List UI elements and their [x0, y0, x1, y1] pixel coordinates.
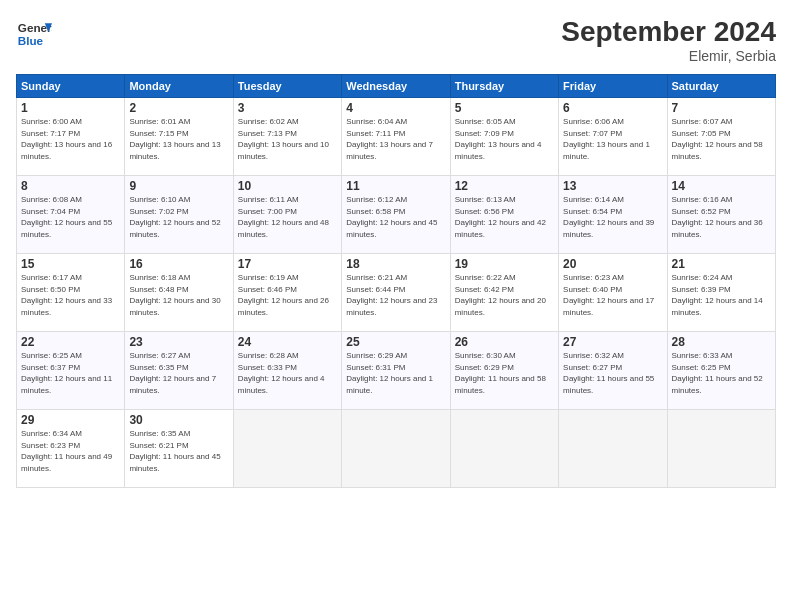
header: General Blue September 2024 Elemir, Serb…: [16, 16, 776, 64]
day-number: 29: [21, 413, 120, 427]
day-number: 22: [21, 335, 120, 349]
empty-cell: [233, 410, 341, 488]
day-cell-21: 21Sunrise: 6:24 AMSunset: 6:39 PMDayligh…: [667, 254, 775, 332]
col-tuesday: Tuesday: [233, 75, 341, 98]
day-cell-9: 9Sunrise: 6:10 AMSunset: 7:02 PMDaylight…: [125, 176, 233, 254]
day-number: 17: [238, 257, 337, 271]
day-info: Sunrise: 6:33 AMSunset: 6:25 PMDaylight:…: [672, 350, 771, 396]
day-cell-14: 14Sunrise: 6:16 AMSunset: 6:52 PMDayligh…: [667, 176, 775, 254]
week-row-3: 15Sunrise: 6:17 AMSunset: 6:50 PMDayligh…: [17, 254, 776, 332]
day-number: 8: [21, 179, 120, 193]
day-info: Sunrise: 6:17 AMSunset: 6:50 PMDaylight:…: [21, 272, 120, 318]
day-info: Sunrise: 6:00 AMSunset: 7:17 PMDaylight:…: [21, 116, 120, 162]
empty-cell: [342, 410, 450, 488]
day-number: 16: [129, 257, 228, 271]
day-info: Sunrise: 6:22 AMSunset: 6:42 PMDaylight:…: [455, 272, 554, 318]
day-number: 19: [455, 257, 554, 271]
day-cell-23: 23Sunrise: 6:27 AMSunset: 6:35 PMDayligh…: [125, 332, 233, 410]
day-number: 27: [563, 335, 662, 349]
calendar-table: Sunday Monday Tuesday Wednesday Thursday…: [16, 74, 776, 488]
day-info: Sunrise: 6:13 AMSunset: 6:56 PMDaylight:…: [455, 194, 554, 240]
day-number: 11: [346, 179, 445, 193]
day-info: Sunrise: 6:14 AMSunset: 6:54 PMDaylight:…: [563, 194, 662, 240]
day-cell-19: 19Sunrise: 6:22 AMSunset: 6:42 PMDayligh…: [450, 254, 558, 332]
day-number: 4: [346, 101, 445, 115]
col-wednesday: Wednesday: [342, 75, 450, 98]
day-number: 18: [346, 257, 445, 271]
day-info: Sunrise: 6:02 AMSunset: 7:13 PMDaylight:…: [238, 116, 337, 162]
svg-text:Blue: Blue: [18, 34, 44, 47]
col-saturday: Saturday: [667, 75, 775, 98]
day-cell-20: 20Sunrise: 6:23 AMSunset: 6:40 PMDayligh…: [559, 254, 667, 332]
day-info: Sunrise: 6:32 AMSunset: 6:27 PMDaylight:…: [563, 350, 662, 396]
day-cell-29: 29Sunrise: 6:34 AMSunset: 6:23 PMDayligh…: [17, 410, 125, 488]
day-cell-30: 30Sunrise: 6:35 AMSunset: 6:21 PMDayligh…: [125, 410, 233, 488]
day-number: 7: [672, 101, 771, 115]
day-cell-15: 15Sunrise: 6:17 AMSunset: 6:50 PMDayligh…: [17, 254, 125, 332]
day-number: 21: [672, 257, 771, 271]
day-number: 30: [129, 413, 228, 427]
week-row-2: 8Sunrise: 6:08 AMSunset: 7:04 PMDaylight…: [17, 176, 776, 254]
day-cell-27: 27Sunrise: 6:32 AMSunset: 6:27 PMDayligh…: [559, 332, 667, 410]
day-info: Sunrise: 6:24 AMSunset: 6:39 PMDaylight:…: [672, 272, 771, 318]
week-row-4: 22Sunrise: 6:25 AMSunset: 6:37 PMDayligh…: [17, 332, 776, 410]
page: General Blue September 2024 Elemir, Serb…: [0, 0, 792, 496]
day-number: 25: [346, 335, 445, 349]
day-cell-26: 26Sunrise: 6:30 AMSunset: 6:29 PMDayligh…: [450, 332, 558, 410]
day-info: Sunrise: 6:12 AMSunset: 6:58 PMDaylight:…: [346, 194, 445, 240]
day-cell-22: 22Sunrise: 6:25 AMSunset: 6:37 PMDayligh…: [17, 332, 125, 410]
day-cell-24: 24Sunrise: 6:28 AMSunset: 6:33 PMDayligh…: [233, 332, 341, 410]
day-number: 26: [455, 335, 554, 349]
day-number: 3: [238, 101, 337, 115]
day-number: 15: [21, 257, 120, 271]
day-number: 9: [129, 179, 228, 193]
day-info: Sunrise: 6:16 AMSunset: 6:52 PMDaylight:…: [672, 194, 771, 240]
day-info: Sunrise: 6:10 AMSunset: 7:02 PMDaylight:…: [129, 194, 228, 240]
day-info: Sunrise: 6:19 AMSunset: 6:46 PMDaylight:…: [238, 272, 337, 318]
day-info: Sunrise: 6:04 AMSunset: 7:11 PMDaylight:…: [346, 116, 445, 162]
col-sunday: Sunday: [17, 75, 125, 98]
week-row-1: 1Sunrise: 6:00 AMSunset: 7:17 PMDaylight…: [17, 98, 776, 176]
day-cell-6: 6Sunrise: 6:06 AMSunset: 7:07 PMDaylight…: [559, 98, 667, 176]
day-cell-7: 7Sunrise: 6:07 AMSunset: 7:05 PMDaylight…: [667, 98, 775, 176]
day-number: 1: [21, 101, 120, 115]
day-cell-28: 28Sunrise: 6:33 AMSunset: 6:25 PMDayligh…: [667, 332, 775, 410]
day-number: 12: [455, 179, 554, 193]
empty-cell: [667, 410, 775, 488]
logo: General Blue: [16, 16, 52, 52]
day-info: Sunrise: 6:25 AMSunset: 6:37 PMDaylight:…: [21, 350, 120, 396]
day-cell-3: 3Sunrise: 6:02 AMSunset: 7:13 PMDaylight…: [233, 98, 341, 176]
day-cell-11: 11Sunrise: 6:12 AMSunset: 6:58 PMDayligh…: [342, 176, 450, 254]
day-cell-8: 8Sunrise: 6:08 AMSunset: 7:04 PMDaylight…: [17, 176, 125, 254]
empty-cell: [450, 410, 558, 488]
day-info: Sunrise: 6:01 AMSunset: 7:15 PMDaylight:…: [129, 116, 228, 162]
empty-cell: [559, 410, 667, 488]
day-cell-5: 5Sunrise: 6:05 AMSunset: 7:09 PMDaylight…: [450, 98, 558, 176]
day-cell-17: 17Sunrise: 6:19 AMSunset: 6:46 PMDayligh…: [233, 254, 341, 332]
day-info: Sunrise: 6:27 AMSunset: 6:35 PMDaylight:…: [129, 350, 228, 396]
day-info: Sunrise: 6:34 AMSunset: 6:23 PMDaylight:…: [21, 428, 120, 474]
col-monday: Monday: [125, 75, 233, 98]
day-info: Sunrise: 6:08 AMSunset: 7:04 PMDaylight:…: [21, 194, 120, 240]
day-info: Sunrise: 6:30 AMSunset: 6:29 PMDaylight:…: [455, 350, 554, 396]
location-subtitle: Elemir, Serbia: [561, 48, 776, 64]
day-info: Sunrise: 6:07 AMSunset: 7:05 PMDaylight:…: [672, 116, 771, 162]
day-cell-10: 10Sunrise: 6:11 AMSunset: 7:00 PMDayligh…: [233, 176, 341, 254]
day-info: Sunrise: 6:21 AMSunset: 6:44 PMDaylight:…: [346, 272, 445, 318]
day-number: 6: [563, 101, 662, 115]
day-number: 28: [672, 335, 771, 349]
logo-icon: General Blue: [16, 16, 52, 52]
day-info: Sunrise: 6:05 AMSunset: 7:09 PMDaylight:…: [455, 116, 554, 162]
day-cell-13: 13Sunrise: 6:14 AMSunset: 6:54 PMDayligh…: [559, 176, 667, 254]
day-info: Sunrise: 6:28 AMSunset: 6:33 PMDaylight:…: [238, 350, 337, 396]
day-info: Sunrise: 6:06 AMSunset: 7:07 PMDaylight:…: [563, 116, 662, 162]
day-number: 20: [563, 257, 662, 271]
day-info: Sunrise: 6:29 AMSunset: 6:31 PMDaylight:…: [346, 350, 445, 396]
col-thursday: Thursday: [450, 75, 558, 98]
day-number: 23: [129, 335, 228, 349]
day-cell-12: 12Sunrise: 6:13 AMSunset: 6:56 PMDayligh…: [450, 176, 558, 254]
month-title: September 2024: [561, 16, 776, 48]
day-cell-1: 1Sunrise: 6:00 AMSunset: 7:17 PMDaylight…: [17, 98, 125, 176]
day-cell-18: 18Sunrise: 6:21 AMSunset: 6:44 PMDayligh…: [342, 254, 450, 332]
day-cell-25: 25Sunrise: 6:29 AMSunset: 6:31 PMDayligh…: [342, 332, 450, 410]
